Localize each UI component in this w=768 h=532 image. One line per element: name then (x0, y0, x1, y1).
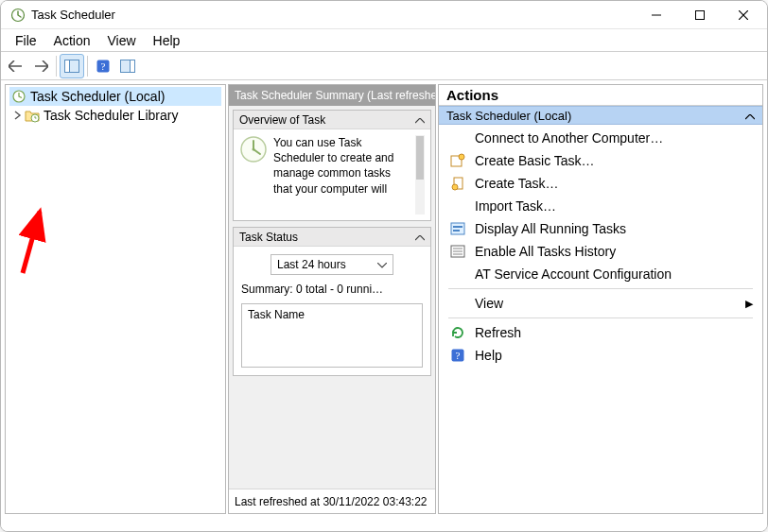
svg-rect-3 (65, 60, 70, 72)
actions-header: Actions (439, 85, 762, 106)
help-button[interactable]: ? (91, 54, 115, 78)
task-status-header[interactable]: Task Status (234, 228, 430, 247)
actions-list: Connect to Another Computer… Create Basi… (439, 125, 762, 369)
toolbar-separator (56, 56, 57, 77)
menu-file[interactable]: File (7, 31, 45, 50)
task-scheduler-window: Task Scheduler File Action View Help (0, 0, 768, 532)
action-import-task[interactable]: Import Task… (439, 195, 762, 217)
action-at-service[interactable]: AT Service Account Configuration (439, 263, 762, 285)
blank-icon (450, 198, 465, 214)
overview-panel: Overview of Task You can use Task Schedu… (233, 110, 431, 221)
menu-view[interactable]: View (98, 31, 144, 50)
blank-icon (450, 296, 465, 311)
collapse-icon[interactable] (415, 113, 425, 127)
action-view[interactable]: View ▶ (439, 292, 762, 315)
collapse-icon[interactable] (745, 109, 755, 123)
navigation-tree-pane: Task Scheduler (Local) Task Scheduler Li… (5, 84, 226, 514)
period-value: Last 24 hours (277, 258, 346, 271)
minimize-button[interactable] (635, 1, 678, 29)
actions-group-header[interactable]: Task Scheduler (Local) (439, 106, 762, 125)
forward-button[interactable] (28, 54, 53, 78)
svg-rect-17 (453, 226, 463, 228)
menu-action[interactable]: Action (45, 31, 99, 50)
app-icon (10, 8, 26, 23)
summary-body: Overview of Task You can use Task Schedu… (229, 106, 435, 489)
help-icon: ? (450, 348, 465, 363)
collapse-icon[interactable] (415, 231, 425, 244)
menu-bar: File Action View Help (1, 29, 767, 52)
basic-task-icon (450, 153, 465, 168)
period-combo[interactable]: Last 24 hours (271, 254, 393, 275)
maximize-button[interactable] (678, 1, 722, 29)
submenu-arrow-icon: ▶ (745, 298, 753, 310)
svg-rect-7 (131, 60, 135, 72)
show-actions-button[interactable] (115, 54, 140, 78)
refresh-icon (450, 325, 465, 340)
svg-text:?: ? (456, 350, 461, 361)
action-create-task[interactable]: Create Task… (439, 172, 762, 195)
overview-header[interactable]: Overview of Task (234, 111, 430, 129)
create-task-icon (450, 176, 465, 191)
status-summary: Summary: 0 total - 0 runni… (241, 283, 423, 296)
svg-text:?: ? (101, 60, 106, 72)
chevron-down-icon (377, 258, 387, 271)
status-bar (1, 516, 767, 531)
action-connect[interactable]: Connect to Another Computer… (439, 127, 762, 149)
show-hide-tree-button[interactable] (60, 54, 84, 78)
clock-icon (11, 89, 26, 104)
menu-help[interactable]: Help (145, 31, 189, 50)
svg-point-13 (459, 154, 464, 160)
expand-icon[interactable] (11, 111, 25, 120)
tree-library[interactable]: Task Scheduler Library (9, 106, 221, 125)
actions-group-label: Task Scheduler (Local) (446, 109, 571, 123)
task-name-header: Task Name (248, 308, 305, 321)
summary-pane: Task Scheduler Summary (Last refreshed… … (228, 84, 436, 514)
window-title: Task Scheduler (31, 8, 115, 22)
task-status-title: Task Status (239, 231, 298, 244)
navigation-tree[interactable]: Task Scheduler (Local) Task Scheduler Li… (6, 85, 225, 127)
actions-separator (448, 288, 753, 289)
svg-point-11 (253, 148, 255, 151)
action-enable-history[interactable]: Enable All Tasks History (439, 240, 762, 263)
tree-library-label: Task Scheduler Library (44, 108, 178, 123)
clock-icon (239, 135, 268, 166)
overview-title: Overview of Task (239, 113, 325, 127)
history-icon (450, 244, 465, 259)
close-button[interactable] (722, 1, 765, 29)
action-refresh[interactable]: Refresh (439, 321, 762, 344)
action-help[interactable]: ? Help (439, 344, 762, 367)
folder-clock-icon (25, 108, 40, 123)
actions-pane: Actions Task Scheduler (Local) Connect t… (438, 84, 763, 514)
client-area: Task Scheduler (Local) Task Scheduler Li… (1, 80, 767, 516)
action-create-basic-task[interactable]: Create Basic Task… (439, 149, 762, 172)
running-tasks-icon (450, 221, 465, 236)
svg-rect-18 (453, 230, 460, 232)
task-name-list[interactable]: Task Name (241, 303, 423, 368)
scrollbar[interactable] (415, 135, 425, 215)
tree-root-label: Task Scheduler (Local) (30, 89, 165, 104)
toolbar: ? (1, 52, 767, 80)
svg-point-15 (452, 184, 458, 190)
task-status-panel: Task Status Last 24 hours Summary: 0 t (233, 227, 431, 376)
title-bar: Task Scheduler (1, 1, 767, 29)
blank-icon (450, 130, 465, 146)
action-display-running[interactable]: Display All Running Tasks (439, 217, 762, 240)
back-button[interactable] (4, 54, 28, 78)
last-refreshed: Last refreshed at 30/11/2022 03:43:22 (229, 489, 435, 513)
actions-separator (448, 317, 753, 318)
blank-icon (450, 266, 465, 282)
tree-root[interactable]: Task Scheduler (Local) (9, 87, 221, 106)
svg-rect-1 (696, 10, 705, 19)
summary-header: Task Scheduler Summary (Last refreshed… (229, 85, 435, 106)
overview-text: You can use Task Scheduler to create and… (273, 135, 410, 197)
svg-rect-16 (451, 223, 464, 234)
toolbar-separator (87, 56, 88, 77)
